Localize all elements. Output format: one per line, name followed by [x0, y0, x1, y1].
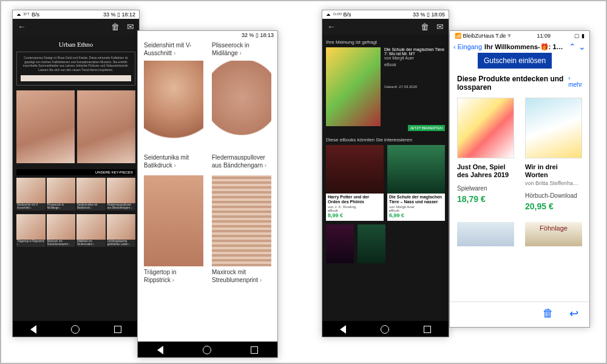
hero-blurb: Contemporary Design in Rose-Gold und Kre…: [16, 52, 135, 86]
opinion-header: Ihre Meinung ist gefragt: [326, 39, 445, 45]
book-type: eBook: [384, 62, 445, 67]
nav-home-icon[interactable]: [203, 346, 211, 354]
mail-product-card[interactable]: Just One, Spiel des Jahres 2019 Spielwar…: [457, 98, 514, 211]
status-bar: ⏶ ¹⁷⁷ B/s 33 % ▯ 18:12: [13, 10, 139, 19]
product-caption[interactable]: Seidentunika mit Batikdruck: [144, 152, 203, 169]
status-left: ⏶ ¹⁷⁷ B/s: [16, 12, 39, 18]
recommend-card[interactable]: Harry Potter und der Orden des Phönixvon…: [326, 145, 384, 221]
book-thumb[interactable]: [326, 224, 354, 263]
product-thumb[interactable]: Fledermauspullover aus Bändchengarn ›: [107, 178, 136, 211]
trash-icon[interactable]: 🗑: [421, 22, 429, 32]
book-title: Die Schule der magischen Tiere 7: Wo ist…: [384, 47, 445, 56]
phone-ios-mail: 📶 BleibZuHaus T.de ᯤ 11:09 ▢ ▮ ‹ Eingang…: [449, 30, 590, 328]
android-nav-bar: [13, 321, 139, 337]
mail-icon[interactable]: ✉: [127, 22, 134, 32]
back-icon[interactable]: ←: [18, 22, 26, 32]
recommend-header: Diese eBooks könnten Sie interessieren: [326, 137, 445, 143]
clock: 11:09: [537, 33, 551, 39]
mail-product-card[interactable]: Wir in drei Worten von Britta Steffenha……: [525, 98, 582, 211]
hero-image[interactable]: [16, 90, 75, 163]
mail-icon[interactable]: ✉: [436, 22, 444, 32]
app-top-bar: ← 🗑 ✉: [13, 19, 139, 35]
status-bar: 📶 BleibZuHaus T.de ᯤ 11:09 ▢ ▮: [450, 31, 589, 41]
hero-image[interactable]: [77, 90, 135, 163]
status-right: 33 % ▯ 18:05: [413, 12, 445, 18]
product-thumb[interactable]: Seidenshirt mit V-Ausschnitt ›: [16, 178, 46, 211]
nav-recent-icon[interactable]: [251, 346, 258, 354]
trash-icon[interactable]: 🗑: [111, 22, 120, 32]
nav-back-icon[interactable]: [30, 325, 36, 334]
product-thumb[interactable]: Umhängetasche, gefüttertes Leder ›: [107, 214, 136, 247]
product-thumb[interactable]: Seidentunika mit Batikdruck ›: [76, 178, 106, 211]
product-teaser[interactable]: Föhnlage: [525, 222, 582, 246]
status-left: ⏶ ⁰·⁰⁰ B/s: [326, 12, 351, 18]
android-nav-bar: [138, 342, 277, 358]
status-right: 33 % ▯ 18:12: [103, 12, 135, 18]
product-caption[interactable]: Maxirock mit Streublumenprint: [212, 266, 271, 284]
nav-recent-icon[interactable]: [424, 326, 431, 333]
rate-button[interactable]: JETZT BEWERTEN: [408, 125, 445, 131]
mail-reply-icon[interactable]: ↩: [569, 307, 578, 320]
mail-trash-icon[interactable]: 🗑: [543, 307, 554, 320]
mail-toolbar: 🗑 ↩: [450, 302, 589, 325]
nav-back-icon[interactable]: [340, 325, 346, 334]
mail-back-button[interactable]: ‹ Eingang: [453, 43, 482, 50]
product-teaser[interactable]: [457, 222, 514, 246]
phone-fashion-light: 32 % ▯ 18:13 Seidenshirt mit V-Ausschnit…: [137, 30, 278, 358]
mail-next-icon[interactable]: ⌄: [578, 42, 586, 52]
mail-prev-icon[interactable]: ⌃: [569, 42, 576, 52]
phone-ebook-store: ⏶ ⁰·⁰⁰ B/s 33 % ▯ 18:05 ← 🗑 ✉ Ihre Meinu…: [322, 10, 449, 337]
product-thumb[interactable]: Plisseerock in Midilänge ›: [47, 178, 76, 211]
app-top-bar: ← 🗑 ✉: [322, 19, 449, 35]
status-bar: ⏶ ⁰·⁰⁰ B/s 33 % ▯ 18:05: [322, 10, 449, 19]
hero-title: Urban Ethno: [16, 41, 135, 48]
phone-fashion-dark: ⏶ ¹⁷⁷ B/s 33 % ▯ 18:12 ← 🗑 ✉ Urban Ethno…: [12, 10, 140, 337]
hero-cta-button[interactable]: [21, 75, 131, 81]
product-image[interactable]: [144, 61, 203, 152]
carrier: 📶 BleibZuHaus T.de ᯤ: [455, 33, 513, 39]
product-caption[interactable]: Fledermauspullover aus Bändchengarn: [212, 152, 271, 169]
more-link[interactable]: › mehr: [568, 75, 582, 88]
recommend-card[interactable]: Die Schule der magischen Tiere – Nass un…: [387, 145, 445, 221]
product-image[interactable]: [212, 175, 271, 266]
android-nav-bar: [322, 321, 449, 337]
product-thumb[interactable]: Midikleid mit Stufenvolant ›: [76, 214, 106, 247]
back-icon[interactable]: ←: [327, 22, 336, 32]
status-right: 32 % ▯ 18:13: [242, 32, 274, 38]
section-header: UNSERE KEY-PIECES: [16, 169, 135, 175]
nav-back-icon[interactable]: [157, 346, 163, 354]
book-thumb[interactable]: [358, 224, 385, 263]
nav-home-icon[interactable]: [71, 325, 80, 334]
nav-home-icon[interactable]: [381, 325, 389, 334]
section-title: Diese Produkte entdecken und lossparen: [457, 75, 568, 92]
product-caption[interactable]: Seidenshirt mit V-Ausschnitt: [144, 39, 203, 57]
product-caption[interactable]: Trägertop in Rippstrick: [144, 266, 203, 284]
voucher-button[interactable]: Gutschein einlösen: [478, 53, 552, 69]
product-thumb[interactable]: Maxirock mit Streublumenprint ›: [47, 214, 76, 247]
status-bar: 32 % ▯ 18:13: [138, 31, 277, 39]
product-caption[interactable]: Plisseerock in Midilänge: [212, 39, 271, 57]
book-author: von Margit Auer: [384, 56, 445, 60]
battery: ▢ ▮: [574, 33, 585, 39]
nav-recent-icon[interactable]: [114, 326, 121, 333]
product-thumb[interactable]: Trägertop in Rippstrick ›: [16, 214, 46, 247]
product-image[interactable]: [144, 175, 203, 266]
mail-subject: Ihr Willkommens-🎁: 1…: [484, 43, 566, 51]
product-image[interactable]: [212, 61, 271, 152]
book-cover[interactable]: [326, 47, 381, 126]
